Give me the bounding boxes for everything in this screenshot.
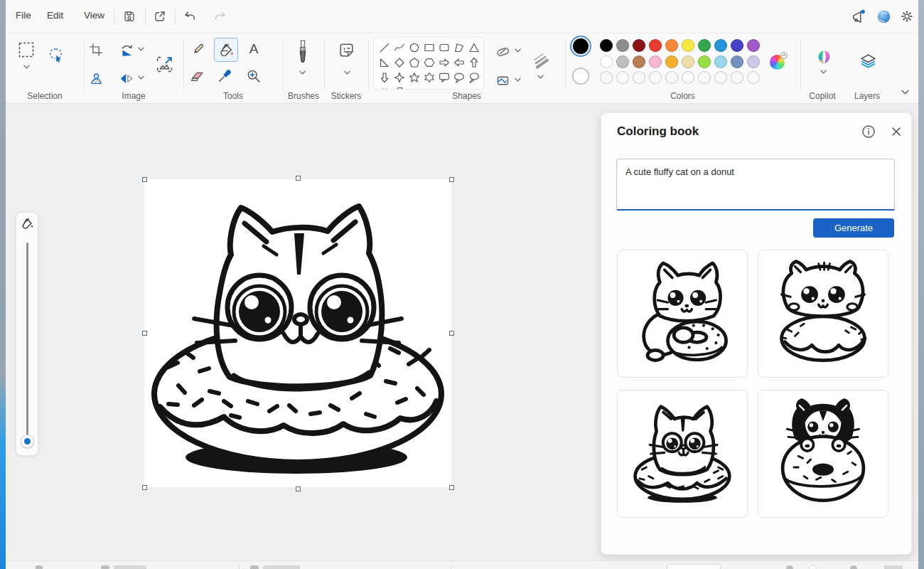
color-swatch[interactable] — [731, 55, 743, 68]
color-swatch[interactable] — [665, 55, 678, 68]
result-thumbnail-3[interactable] — [617, 390, 748, 518]
free-select-icon[interactable] — [47, 46, 64, 63]
color-swatch-empty[interactable] — [633, 71, 645, 84]
shape-five-point-star[interactable] — [407, 70, 421, 85]
selection-dropdown-chevron-icon[interactable] — [23, 65, 30, 69]
shape-ellipse[interactable] — [407, 40, 421, 55]
canvas-area[interactable]: Coloring book A cute fluffy cat on a don… — [6, 104, 918, 560]
magnifier-icon[interactable] — [245, 68, 262, 85]
zoom-out-icon[interactable] — [786, 565, 793, 569]
collapse-ribbon-chevron-icon[interactable] — [901, 90, 909, 95]
shape-arrow-left[interactable] — [452, 55, 466, 70]
color-swatch[interactable] — [649, 39, 662, 52]
shape-curve[interactable] — [392, 40, 407, 55]
text-tool-icon[interactable]: A — [245, 41, 262, 58]
color-swatch-empty[interactable] — [731, 71, 743, 84]
shape-right-triangle[interactable] — [377, 55, 392, 70]
shape-arrow-down[interactable] — [377, 70, 392, 85]
selection-handle-ne[interactable] — [449, 177, 454, 182]
color-swatch-empty[interactable] — [747, 71, 760, 84]
rotate-dropdown-chevron-icon[interactable] — [138, 47, 144, 51]
shape-speech-bubble-oval[interactable] — [452, 70, 466, 85]
shape-outline-icon[interactable] — [495, 43, 510, 59]
foreground-color-well[interactable] — [570, 36, 591, 57]
shape-heart-partial[interactable] — [377, 85, 392, 90]
pencil-icon[interactable] — [189, 41, 206, 58]
close-icon[interactable] — [890, 125, 903, 138]
color-swatch-empty[interactable] — [714, 71, 727, 84]
zoom-value-box[interactable] — [667, 564, 721, 569]
color-swatch[interactable] — [714, 55, 727, 68]
color-swatch[interactable] — [682, 39, 694, 52]
menu-edit[interactable]: Edit — [47, 10, 63, 21]
rectangle-select-icon[interactable] — [17, 41, 36, 59]
shape-line[interactable] — [377, 40, 392, 55]
shape-fill-icon[interactable] — [495, 73, 510, 88]
color-swatch[interactable] — [600, 55, 613, 68]
color-swatch[interactable] — [747, 39, 760, 52]
copilot-dropdown-chevron-icon[interactable] — [820, 70, 827, 74]
shape-arrow-right[interactable] — [437, 55, 451, 70]
account-icon[interactable] — [876, 9, 891, 24]
result-thumbnail-2[interactable] — [758, 250, 888, 378]
layers-icon[interactable] — [859, 52, 877, 70]
shape-rectangle[interactable] — [422, 40, 436, 55]
eyedropper-icon[interactable] — [216, 68, 233, 85]
shape-diamond[interactable] — [392, 55, 407, 70]
prompt-input[interactable]: A cute fluffy cat on a donut — [616, 159, 895, 211]
selection-handle-s[interactable] — [296, 486, 301, 491]
shape-lightning-partial[interactable] — [392, 85, 407, 90]
background-color-well[interactable] — [572, 68, 589, 85]
color-swatch[interactable] — [682, 55, 694, 68]
resize-image-icon[interactable] — [155, 55, 173, 73]
color-swatch[interactable] — [649, 55, 662, 68]
stroke-width-icon[interactable] — [530, 50, 550, 70]
shape-outline-chevron-icon[interactable] — [515, 48, 521, 53]
copilot-icon[interactable] — [815, 48, 832, 65]
sticker-icon[interactable] — [337, 41, 356, 60]
color-swatch-empty[interactable] — [665, 71, 678, 84]
rotate-icon[interactable] — [119, 42, 134, 58]
selection-handle-n[interactable] — [296, 176, 301, 181]
shape-four-point-star[interactable] — [392, 70, 407, 85]
color-swatch-empty[interactable] — [698, 71, 711, 84]
result-thumbnail-4[interactable] — [758, 390, 888, 518]
settings-icon[interactable] — [899, 9, 915, 24]
shape-triangle[interactable] — [467, 40, 481, 55]
color-swatch[interactable] — [714, 39, 727, 52]
color-swatch-empty[interactable] — [682, 71, 694, 84]
menu-file[interactable]: File — [16, 10, 31, 21]
flip-icon[interactable] — [119, 70, 134, 86]
shape-thought-bubble[interactable] — [467, 70, 481, 85]
shape-speech-bubble-rect[interactable] — [437, 70, 451, 85]
color-swatch[interactable] — [616, 55, 629, 68]
color-swatch[interactable] — [633, 55, 645, 68]
color-swatch-empty[interactable] — [616, 71, 629, 84]
color-swatch[interactable] — [731, 39, 743, 52]
color-swatch[interactable] — [698, 55, 711, 68]
eraser-icon[interactable] — [189, 68, 206, 85]
crop-icon[interactable] — [88, 42, 104, 58]
paint-canvas[interactable] — [144, 179, 451, 487]
color-swatch[interactable] — [633, 39, 645, 52]
result-thumbnail-1[interactable] — [617, 250, 748, 378]
color-swatch-empty[interactable] — [649, 71, 662, 84]
remove-background-icon[interactable] — [88, 70, 104, 86]
brushes-dropdown-chevron-icon[interactable] — [299, 70, 306, 75]
selection-handle-nw[interactable] — [142, 177, 147, 182]
shape-hexagon[interactable] — [422, 55, 436, 70]
feedback-icon[interactable] — [851, 9, 866, 24]
shape-rounded-rectangle[interactable] — [437, 40, 451, 55]
color-swatch[interactable] — [600, 39, 613, 52]
shape-six-point-star[interactable] — [422, 70, 436, 85]
selection-handle-se[interactable] — [449, 485, 454, 490]
color-swatch[interactable] — [665, 39, 678, 52]
stickers-dropdown-chevron-icon[interactable] — [344, 70, 350, 75]
save-icon[interactable] — [122, 9, 137, 24]
color-swatch-empty[interactable] — [600, 71, 613, 84]
shape-polygon[interactable] — [452, 40, 466, 55]
shape-pentagon[interactable] — [407, 55, 421, 70]
tolerance-slider-track[interactable] — [26, 243, 28, 443]
stroke-width-chevron-icon[interactable] — [537, 75, 544, 79]
menu-view[interactable]: View — [84, 10, 104, 21]
